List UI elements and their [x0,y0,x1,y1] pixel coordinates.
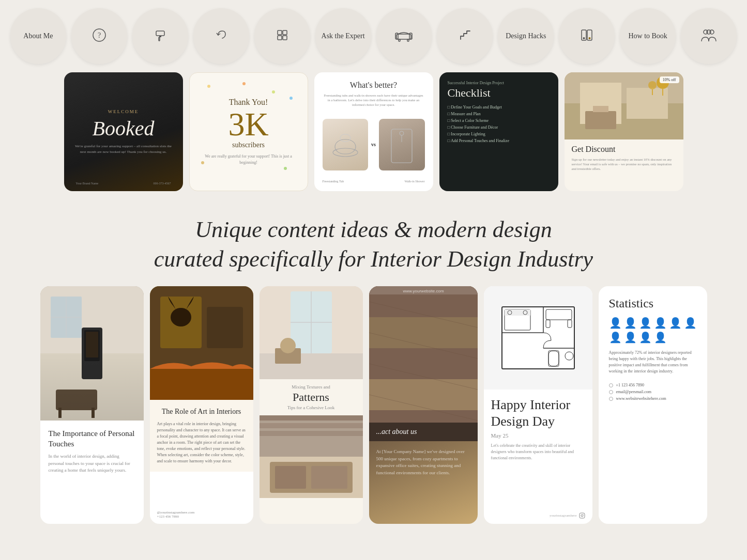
checklist-item-1: □ Define Your Goals and Budget [448,105,550,110]
sidebar-item-about-me[interactable]: About Me [10,8,66,64]
personal-touches-text: In the world of interior design, adding … [49,453,135,474]
whats-better-desc: Freestanding tubs and walk-in showers ea… [323,93,425,107]
art-image [150,286,253,400]
whats-better-title: What's better? [323,81,425,90]
svg-rect-8 [283,36,287,40]
sidebar-item-design-hacks[interactable]: Design Hacks [498,8,554,64]
svg-rect-90 [505,309,530,316]
booked-title: Booked [93,116,155,141]
bottom-cards-row: The Importance of Personal Touches In th… [0,286,747,536]
nav-bar: About Me ? [0,0,747,72]
design-day-footer: yourinstagramhere [550,512,585,519]
contact-phone: +1 123 456 7890 [609,383,697,387]
contact-text: At [Your Company Name] we've designed ov… [376,448,470,476]
vs-label: vs [371,142,376,147]
card-patterns: Mixing Textures and Patterns Tips for a … [260,286,363,524]
person-icon-4: 👤 [654,317,667,329]
svg-rect-13 [407,39,409,41]
svg-rect-23 [340,134,350,142]
card-discount: 10% off Get Discount Sign up for our new… [565,72,683,191]
design-day-content: Happy Interior Design Day May 25 Let's c… [484,390,592,468]
patterns-title: Patterns [267,391,356,404]
checklist-item-4: □ Choose Furniture and Décor [448,125,550,130]
svg-point-20 [707,30,711,34]
checklist-item-2: □ Measure and Plan [448,112,550,116]
discount-content: Get Discount Sign up for our newsletter … [565,139,683,176]
person-icon-1: 👤 [609,317,622,329]
wb-labels: Freestanding Tub Walk-in Shower [323,180,425,183]
sidebar-item-ask-expert[interactable]: Ask the Expert [315,8,371,64]
nav-item-question[interactable]: ? [71,8,127,64]
svg-rect-37 [40,286,144,421]
svg-text:?: ? [98,32,101,39]
checklist-subtitle: Successful Interior Design Project [448,81,550,85]
svg-rect-40 [51,297,82,338]
website-dot [609,397,613,401]
card-personal-touches: The Importance of Personal Touches In th… [40,286,144,524]
svg-rect-7 [278,36,282,40]
phone-dot [609,383,613,387]
sofa-icon [394,28,413,44]
svg-point-25 [400,131,404,135]
svg-rect-53 [150,369,253,400]
svg-point-16 [583,37,585,39]
svg-point-17 [589,37,591,39]
checklist-item-6: □ Add Personal Touches and Finalize [448,138,550,143]
checklist-item-5: □ Incorporate Lighting [448,132,550,136]
nav-item-people[interactable] [681,8,737,64]
svg-rect-69 [260,431,363,436]
three-k-label: subscribers [232,141,265,149]
svg-point-60 [280,338,296,353]
paint-roller-icon [152,27,169,45]
email-dot [609,390,613,394]
svg-rect-6 [283,30,287,35]
nav-item-grid[interactable] [254,8,310,64]
discount-badge: 10% off [660,76,679,83]
nav-item-undo[interactable] [193,8,249,64]
person-icon-2: 👤 [624,317,637,329]
svg-point-35 [648,81,657,89]
svg-rect-39 [40,286,144,353]
svg-rect-82 [502,307,574,369]
patterns-bottom-image [260,415,363,498]
person-icon-5: 👤 [669,317,682,329]
statistics-contacts: +1 123 456 7890 email@persmail.com www.w… [609,383,697,401]
svg-rect-2 [156,31,164,36]
nav-item-paint[interactable] [132,8,188,64]
card-design-day: Happy Interior Design Day May 25 Let's c… [484,286,592,524]
color-swatch-icon [578,27,595,45]
personal-touches-content: The Importance of Personal Touches In th… [40,421,144,483]
personal-touches-image [40,286,144,421]
design-day-title: Happy Interior Design Day [491,397,585,429]
people-icon [699,28,718,44]
card-statistics: Statistics 👤 👤 👤 👤 👤 👤 👤 👤 👤 👤 Approxima… [599,286,707,524]
patterns-tip: Tips for a Cohesive Look [267,405,356,410]
svg-rect-51 [207,307,243,348]
contact-overlay: ...act about us [369,423,478,441]
stairs-icon [456,27,473,45]
svg-rect-46 [56,390,97,410]
booked-footer: Your Brand Name 000-373-4567 [76,182,171,185]
question-icon: ? [91,27,108,45]
nav-item-sofa[interactable] [376,8,432,64]
person-icon-6: 👤 [684,317,697,329]
contact-image: www.yourwebsite.com ...act about us [369,286,478,441]
svg-rect-48 [92,408,95,418]
nav-item-color[interactable] [559,8,615,64]
art-text: Art plays a vital role in interior desig… [157,421,246,464]
contact-content: At [Your Company Name] we've designed ov… [369,441,478,484]
nav-item-stairs[interactable] [437,8,493,64]
checklist-items: □ Define Your Goals and Budget □ Measure… [448,105,550,143]
sidebar-item-how-to-book[interactable]: How to Book [620,8,676,64]
statistics-title: Statistics [609,297,697,310]
svg-text:www.yourwebsite.com: www.yourwebsite.com [402,289,444,293]
svg-rect-9 [397,34,411,39]
art-content: The Role of Art in Interiors Art plays a… [150,400,253,471]
headline-section: Unique content ideas & modern design cur… [0,199,747,286]
patterns-top-image [260,286,363,379]
checklist-item-3: □ Select a Color Scheme [448,118,550,123]
card-role-of-art: The Role of Art in Interiors Art plays a… [150,286,253,524]
person-icon-8: 👤 [624,331,637,344]
discount-title: Get Discount [572,145,676,154]
statistics-text: Approximately 72% of interior designers … [609,350,697,375]
